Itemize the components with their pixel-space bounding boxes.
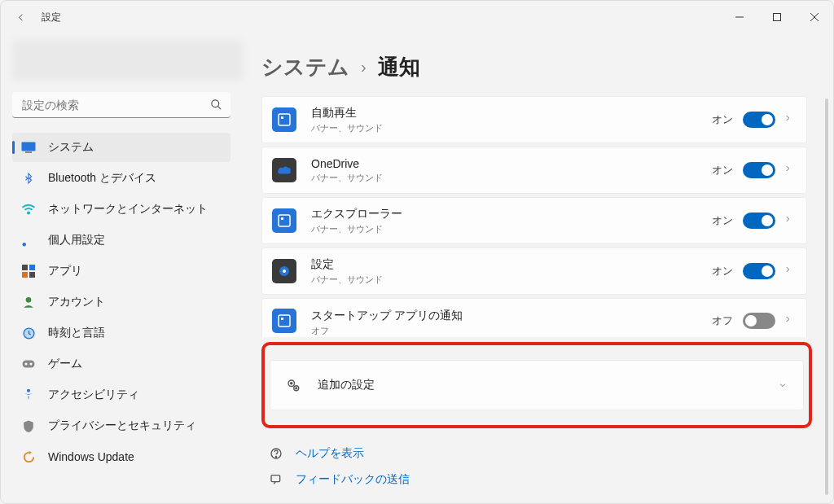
chevron-right-icon <box>784 313 792 328</box>
chevron-right-icon <box>784 163 792 177</box>
main-content: システム › 通知 自動再生 バナー、サウンド オン OneDrive バナー、… <box>244 33 833 503</box>
toggle-state-label: オン <box>712 163 733 177</box>
close-button[interactable] <box>796 4 833 30</box>
search-box <box>12 92 230 118</box>
toggle-state-label: オン <box>712 213 733 228</box>
svg-point-23 <box>283 270 286 273</box>
sidebar-item-label: Bluetooth とデバイス <box>48 171 156 186</box>
back-button[interactable] <box>7 4 33 30</box>
sidebar-item-label: アクセシビリティ <box>48 388 139 402</box>
svg-rect-1 <box>774 14 781 21</box>
sidebar-item-apps[interactable]: アプリ <box>12 256 230 286</box>
highlighted-section: 追加の設定 <box>261 342 812 428</box>
toggle-switch[interactable] <box>743 263 775 279</box>
gear-icon <box>285 377 301 393</box>
chevron-right-icon <box>784 264 792 278</box>
svg-rect-32 <box>271 476 280 482</box>
maximize-button[interactable] <box>758 4 796 30</box>
svg-rect-18 <box>279 114 290 125</box>
toggle-switch[interactable] <box>743 213 775 229</box>
svg-point-12 <box>26 297 32 303</box>
app-title: 自動再生 <box>311 106 712 121</box>
breadcrumb: システム › 通知 <box>261 53 823 81</box>
app-subtitle: バナー、サウンド <box>311 122 712 134</box>
sidebar-item-update[interactable]: Windows Update <box>12 442 230 471</box>
svg-rect-14 <box>23 361 35 368</box>
svg-rect-25 <box>281 318 283 320</box>
help-label: ヘルプを表示 <box>296 446 364 461</box>
sidebar-item-time[interactable]: 時刻と言語 <box>12 318 230 348</box>
svg-rect-5 <box>25 151 32 153</box>
app-title: スタートアップ アプリの通知 <box>311 309 712 323</box>
sidebar-item-label: プライバシーとセキュリティ <box>48 419 196 433</box>
minimize-button[interactable] <box>721 4 758 30</box>
additional-settings-expander[interactable]: 追加の設定 <box>270 360 804 410</box>
svg-point-29 <box>296 388 297 389</box>
nav-list: システム Bluetooth とデバイス ネットワークとインターネット 個人用設… <box>12 133 244 471</box>
svg-point-2 <box>212 100 219 107</box>
sidebar-item-accessibility[interactable]: アクセシビリティ <box>12 380 230 410</box>
app-icon <box>272 208 296 233</box>
sidebar-item-label: 個人用設定 <box>48 233 105 248</box>
sidebar-item-gaming[interactable]: ゲーム <box>12 349 230 379</box>
sidebar-item-accounts[interactable]: アカウント <box>12 287 230 317</box>
chevron-right-icon <box>784 112 792 127</box>
toggle-state-label: オン <box>712 112 733 127</box>
toggle-switch[interactable] <box>743 112 775 128</box>
app-row-explorer[interactable]: エクスプローラー バナー、サウンド オン <box>261 197 807 244</box>
search-input[interactable] <box>12 92 230 118</box>
sidebar-item-bluetooth[interactable]: Bluetooth とデバイス <box>12 164 230 193</box>
update-icon <box>20 449 37 465</box>
svg-point-16 <box>30 363 33 366</box>
app-row-autoplay[interactable]: 自動再生 バナー、サウンド オン <box>261 96 807 143</box>
app-subtitle: バナー、サウンド <box>311 223 712 235</box>
svg-point-6 <box>28 212 29 213</box>
svg-rect-4 <box>22 142 36 151</box>
app-row-onedrive[interactable]: OneDrive バナー、サウンド オン <box>261 147 807 194</box>
help-link[interactable]: ヘルプを表示 <box>270 446 823 461</box>
app-row-startup[interactable]: スタートアップ アプリの通知 オフ オフ <box>261 298 807 337</box>
chevron-down-icon <box>777 378 788 392</box>
sidebar-item-label: アカウント <box>48 295 105 309</box>
feedback-link[interactable]: フィードバックの送信 <box>270 472 823 487</box>
svg-point-27 <box>291 383 292 384</box>
accessibility-icon <box>20 387 37 403</box>
sidebar-item-personalization[interactable]: 個人用設定 <box>12 226 230 255</box>
sidebar-item-label: システム <box>48 140 94 155</box>
app-subtitle: バナー、サウンド <box>311 172 712 184</box>
bluetooth-icon <box>20 170 37 186</box>
app-icon <box>272 259 296 283</box>
chevron-right-icon <box>784 213 792 228</box>
caption-buttons <box>721 4 833 30</box>
sidebar-item-label: アプリ <box>48 264 82 278</box>
gamepad-icon <box>20 356 37 372</box>
svg-point-15 <box>25 363 28 366</box>
app-icon <box>272 309 296 333</box>
breadcrumb-parent[interactable]: システム <box>261 53 349 81</box>
sidebar-item-privacy[interactable]: プライバシーとセキュリティ <box>12 411 230 440</box>
toggle-switch[interactable] <box>743 313 775 329</box>
maximize-icon <box>773 13 781 21</box>
profile-area[interactable] <box>12 40 244 81</box>
toggle-switch[interactable] <box>743 162 775 178</box>
app-icon <box>272 158 296 182</box>
shield-icon <box>20 418 37 434</box>
sidebar: システム Bluetooth とデバイス ネットワークとインターネット 個人用設… <box>1 33 244 503</box>
svg-rect-19 <box>281 116 283 119</box>
title-bar: 設定 <box>1 1 833 33</box>
svg-rect-24 <box>279 315 290 327</box>
page-title: 通知 <box>378 53 420 81</box>
svg-rect-10 <box>22 272 28 278</box>
feedback-label: フィードバックの送信 <box>296 472 410 487</box>
sidebar-item-network[interactable]: ネットワークとインターネット <box>12 195 230 224</box>
app-row-settings[interactable]: 設定 バナー、サウンド オン <box>261 248 807 295</box>
sidebar-item-system[interactable]: システム <box>12 133 230 162</box>
wifi-icon <box>20 201 37 217</box>
minimize-icon <box>735 13 744 21</box>
close-icon <box>810 13 819 21</box>
scrollbar[interactable] <box>825 99 828 495</box>
svg-rect-9 <box>29 265 35 270</box>
toggle-state-label: オン <box>712 264 733 278</box>
svg-point-17 <box>27 389 30 392</box>
svg-rect-20 <box>279 215 290 226</box>
